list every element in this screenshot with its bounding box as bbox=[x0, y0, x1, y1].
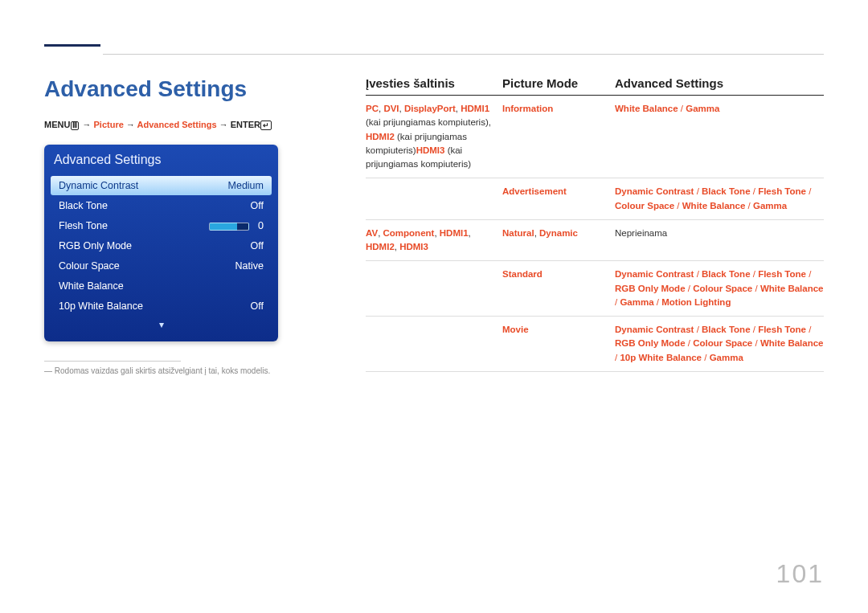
osd-value-wrap: 0 bbox=[209, 220, 264, 231]
cell-advanced: Dynamic Contrast / Black Tone / Flesh To… bbox=[615, 268, 824, 309]
breadcrumb-picture: Picture bbox=[94, 120, 124, 129]
cell-advanced: Dynamic Contrast / Black Tone / Flesh To… bbox=[615, 323, 824, 365]
osd-label: RGB Only Mode bbox=[59, 240, 132, 251]
osd-value: Off bbox=[251, 300, 264, 312]
arrow-icon: → bbox=[219, 120, 228, 129]
breadcrumb: MENUⅢ → Picture → Advanced Settings → EN… bbox=[44, 120, 342, 130]
footnote-text: Rodomas vaizdas gali skirtis atsižvelgia… bbox=[55, 366, 270, 375]
arrow-icon: → bbox=[126, 120, 135, 129]
header-accent bbox=[44, 44, 100, 47]
table-header-row: Įvesties šaltinis Picture Mode Advanced … bbox=[366, 76, 824, 96]
table-row: Advertisement Dynamic Contrast / Black T… bbox=[366, 178, 824, 220]
osd-label: White Balance bbox=[59, 280, 124, 292]
th-advanced-settings: Advanced Settings bbox=[615, 76, 824, 90]
osd-panel: Advanced Settings Dynamic Contrast Mediu… bbox=[44, 145, 278, 341]
footnote: ― Rodomas vaizdas gali skirtis atsižvelg… bbox=[44, 366, 342, 375]
cell-advanced: Dynamic Contrast / Black Tone / Flesh To… bbox=[615, 185, 824, 213]
table-row: PC, DVI, DisplayPort, HDMI1 (kai prijung… bbox=[366, 96, 824, 178]
cell-input-source: PC, DVI, DisplayPort, HDMI1 (kai prijung… bbox=[366, 102, 502, 171]
osd-label: 10p White Balance bbox=[59, 300, 143, 312]
cell-empty bbox=[366, 323, 502, 365]
compatibility-table: Įvesties šaltinis Picture Mode Advanced … bbox=[366, 76, 824, 372]
osd-title: Advanced Settings bbox=[51, 151, 272, 175]
page-number: 101 bbox=[776, 559, 824, 589]
cell-input-source: AV, Component, HDMI1, HDMI2, HDMI3 bbox=[366, 227, 502, 255]
osd-row-dynamic-contrast[interactable]: Dynamic Contrast Medium bbox=[51, 176, 272, 195]
osd-row-10p-white-balance[interactable]: 10p White Balance Off bbox=[51, 296, 272, 316]
enter-icon: ↵ bbox=[260, 121, 272, 130]
slider-icon[interactable] bbox=[209, 223, 249, 231]
breadcrumb-advanced: Advanced Settings bbox=[137, 120, 217, 129]
cell-picture-mode: Movie bbox=[502, 323, 615, 365]
osd-row-black-tone[interactable]: Black Tone Off bbox=[51, 196, 272, 215]
arrow-icon: → bbox=[82, 120, 91, 129]
osd-label: Black Tone bbox=[59, 200, 108, 211]
cell-advanced: Neprieinama bbox=[615, 227, 824, 255]
osd-row-flesh-tone[interactable]: Flesh Tone 0 bbox=[51, 216, 272, 235]
osd-row-white-balance[interactable]: White Balance bbox=[51, 276, 272, 296]
th-input-source: Įvesties šaltinis bbox=[366, 76, 502, 90]
table-row: AV, Component, HDMI1, HDMI2, HDMI3 Natur… bbox=[366, 220, 824, 262]
osd-label: Flesh Tone bbox=[59, 220, 108, 231]
osd-value: Off bbox=[251, 200, 264, 211]
chevron-down-icon[interactable]: ▾ bbox=[51, 319, 272, 330]
cell-empty bbox=[366, 268, 502, 309]
osd-row-colour-space[interactable]: Colour Space Native bbox=[51, 256, 272, 276]
header-rule bbox=[103, 54, 824, 55]
th-picture-mode: Picture Mode bbox=[502, 76, 615, 90]
footnote-rule bbox=[44, 361, 181, 362]
menu-icon: Ⅲ bbox=[71, 121, 79, 130]
table-row: Movie Dynamic Contrast / Black Tone / Fl… bbox=[366, 317, 824, 372]
cell-picture-mode: Natural, Dynamic bbox=[502, 227, 615, 255]
osd-value: 0 bbox=[258, 220, 264, 231]
breadcrumb-enter: ENTER bbox=[231, 120, 260, 129]
cell-empty bbox=[366, 185, 502, 213]
table-row: Standard Dynamic Contrast / Black Tone /… bbox=[366, 261, 824, 317]
osd-label: Dynamic Contrast bbox=[59, 180, 138, 191]
osd-row-rgb-only[interactable]: RGB Only Mode Off bbox=[51, 236, 272, 255]
cell-picture-mode: Advertisement bbox=[502, 185, 615, 213]
osd-value: Native bbox=[235, 260, 264, 272]
page-title: Advanced Settings bbox=[44, 76, 342, 102]
osd-value: Off bbox=[251, 240, 264, 251]
cell-advanced: White Balance / Gamma bbox=[615, 102, 824, 171]
breadcrumb-menu: MENU bbox=[44, 120, 70, 129]
cell-picture-mode: Information bbox=[502, 102, 615, 171]
osd-value: Medium bbox=[228, 180, 264, 191]
cell-picture-mode: Standard bbox=[502, 268, 615, 309]
osd-label: Colour Space bbox=[59, 260, 120, 272]
